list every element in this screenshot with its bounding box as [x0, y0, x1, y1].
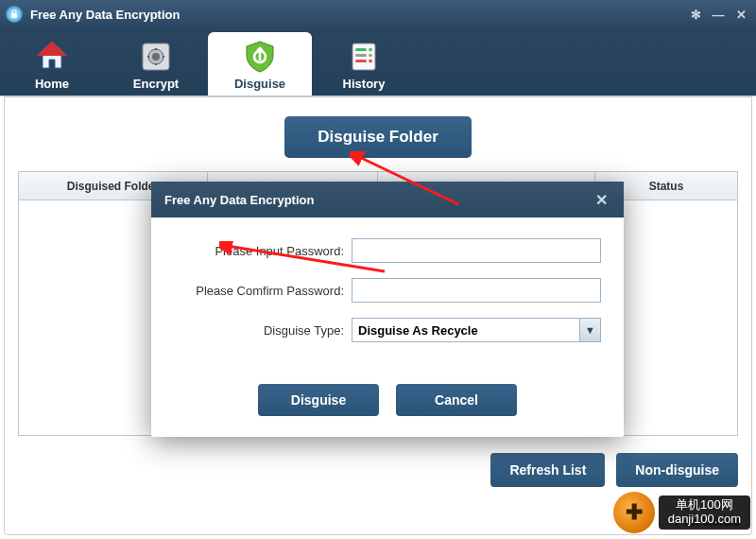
confirm-password-input[interactable]: [352, 278, 601, 303]
watermark-icon: ✚: [613, 492, 655, 533]
chevron-down-icon: ▼: [579, 319, 600, 341]
dialog-title: Free Any Data Encryption: [164, 193, 314, 207]
annotation-arrow-top: [350, 151, 463, 208]
disguise-button[interactable]: Disguise: [258, 384, 379, 416]
dialog-close-icon[interactable]: ✕: [592, 190, 610, 209]
svg-line-17: [357, 156, 458, 204]
watermark-text: 单机100网 danji100.com: [659, 496, 750, 530]
annotation-arrow-bottom: [219, 241, 389, 279]
disguise-type-label: Disguise Type:: [174, 323, 344, 338]
watermark: ✚ 单机100网 danji100.com: [613, 492, 750, 533]
svg-line-18: [227, 246, 385, 271]
password-dialog: Free Any Data Encryption ✕ Please Input …: [151, 182, 624, 437]
confirm-password-label: Please Comfirm Password:: [174, 284, 344, 298]
disguise-type-value: Disguise As Recycle: [358, 323, 594, 338]
disguise-type-select[interactable]: Disguise As Recycle ▼: [352, 318, 601, 342]
cancel-button[interactable]: Cancel: [396, 384, 517, 416]
